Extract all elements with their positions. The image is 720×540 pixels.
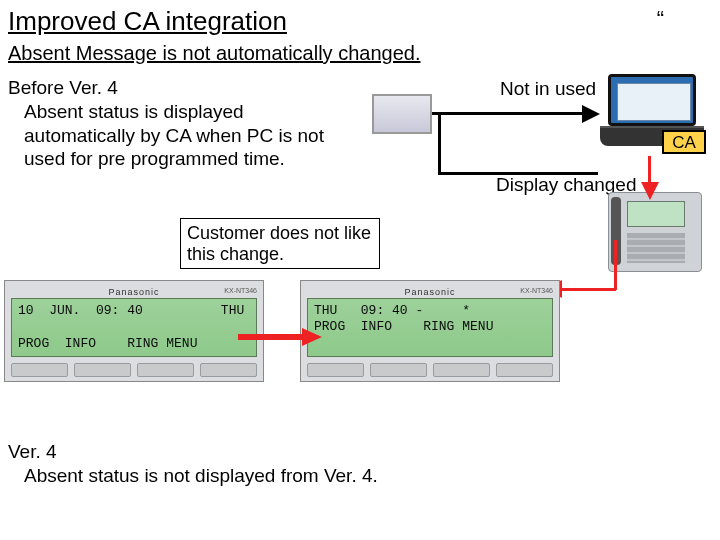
softkey — [496, 363, 553, 377]
softkey — [307, 363, 364, 377]
ver4-heading: Ver. 4 — [8, 441, 57, 462]
subtitle: Absent Message is not automatically chan… — [8, 42, 420, 65]
dislike-box: Customer does not like this change. — [180, 218, 380, 269]
softkey — [11, 363, 68, 377]
quote-mark: “ — [657, 6, 664, 32]
softkey — [433, 363, 490, 377]
panel-softkeys — [307, 363, 553, 377]
lcd-panel-before: Panasonic KX-NT346 10 JUN. 09: 40 THU PR… — [4, 280, 264, 382]
lcd-panel-after: Panasonic KX-NT346 THU 09: 40 - * PROG I… — [300, 280, 560, 382]
pc-icon — [372, 94, 432, 134]
lcd-line: 10 JUN. 09: 40 THU — [18, 303, 244, 318]
svg-marker-1 — [641, 182, 659, 200]
softkey — [370, 363, 427, 377]
phone-icon — [608, 192, 708, 282]
ca-badge: CA — [662, 130, 706, 154]
lcd-line: THU 09: 40 - * — [314, 303, 470, 318]
arrow-panel-to-panel — [238, 330, 322, 344]
before-block: Before Ver. 4 Absent status is displayed… — [8, 76, 328, 171]
svg-marker-0 — [582, 105, 600, 123]
softkey — [137, 363, 194, 377]
lcd-screen: 10 JUN. 09: 40 THU PROG INFO RING MENU — [11, 298, 257, 357]
page-title: Improved CA integration — [8, 6, 287, 37]
lcd-line: PROG INFO RING MENU — [18, 336, 197, 351]
arrow-pc-to-laptop — [432, 112, 602, 115]
ver4-block: Ver. 4 Absent status is not displayed fr… — [8, 440, 378, 488]
lcd-line — [18, 319, 26, 334]
svg-marker-3 — [302, 328, 322, 346]
lcd-screen: THU 09: 40 - * PROG INFO RING MENU — [307, 298, 553, 357]
panel-softkeys — [11, 363, 257, 377]
softkey — [200, 363, 257, 377]
before-heading: Before Ver. 4 — [8, 77, 118, 98]
lcd-line: PROG INFO RING MENU — [314, 319, 493, 334]
softkey — [74, 363, 131, 377]
label-not-in-used: Not in used — [500, 78, 596, 100]
before-body: Absent status is displayed automatically… — [24, 100, 328, 171]
ver4-body: Absent status is not displayed from Ver.… — [24, 464, 378, 488]
